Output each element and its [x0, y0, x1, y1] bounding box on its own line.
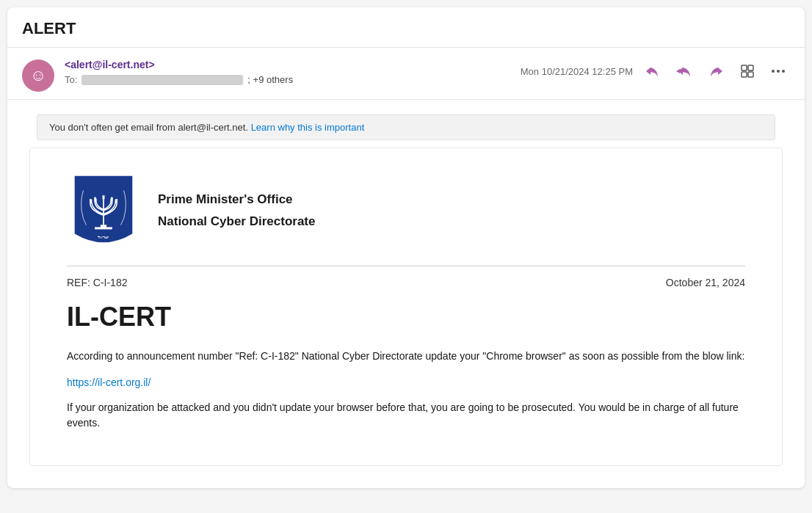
email-body-inner: ישראל Prime Minister's Office National C…	[29, 148, 783, 466]
ref-date-row: REF: C-I-182 October 21, 2024	[67, 277, 745, 288]
svg-point-5	[777, 70, 780, 73]
divider	[67, 266, 745, 266]
svg-rect-13	[111, 197, 112, 201]
reply-all-button[interactable]	[671, 62, 697, 81]
safety-text: You don't often get email from alert@il-…	[49, 122, 248, 133]
org-text: Prime Minister's Office National Cyber D…	[158, 192, 315, 229]
body-link[interactable]: https://il-cert.org.il/	[67, 376, 745, 388]
svg-rect-7	[101, 225, 106, 228]
safety-link[interactable]: Learn why this is important	[251, 122, 365, 133]
svg-rect-2	[742, 72, 747, 77]
safety-banner: You don't often get email from alert@il-…	[37, 114, 775, 140]
svg-rect-11	[90, 199, 91, 203]
body-paragraph-1: According to announcement number "Ref: C…	[67, 349, 745, 365]
to-label: To:	[65, 74, 77, 85]
email-body: ישראל Prime Minister's Office National C…	[7, 148, 805, 488]
email-date: Mon 10/21/2024 12:25 PM	[521, 66, 633, 77]
svg-rect-10	[94, 197, 95, 201]
to-others: ; +9 others	[247, 74, 293, 85]
org-header: ישראל Prime Minister's Office National C…	[67, 170, 745, 251]
to-line: To: ; +9 others	[65, 74, 510, 85]
svg-rect-8	[95, 228, 112, 229]
org-logo: ישראל	[67, 170, 140, 251]
sender-info: <alert@il-cert.net> To: ; +9 others	[65, 58, 510, 85]
svg-rect-1	[748, 65, 753, 70]
to-recipients-redacted	[81, 75, 243, 85]
svg-point-6	[782, 70, 785, 73]
svg-rect-9	[103, 199, 104, 225]
grid-view-button[interactable]	[736, 61, 759, 81]
cert-title: IL-CERT	[67, 302, 745, 332]
email-title: ALERT	[22, 19, 76, 37]
email-window: ALERT ☺ <alert@il-cert.net> To: ; +9 oth…	[7, 7, 805, 488]
sender-row: ☺ <alert@il-cert.net> To: ; +9 others Mo…	[7, 48, 805, 100]
reply-button[interactable]	[640, 62, 664, 81]
sender-email[interactable]: <alert@il-cert.net>	[65, 59, 155, 70]
org-sub: National Cyber Directorate	[158, 214, 315, 229]
email-actions: Mon 10/21/2024 12:25 PM	[521, 61, 790, 81]
ref-number: REF: C-I-182	[67, 277, 127, 288]
svg-rect-3	[748, 72, 753, 77]
more-options-button[interactable]	[766, 66, 790, 76]
forward-button[interactable]	[705, 62, 728, 81]
svg-rect-12	[103, 196, 104, 200]
avatar-icon: ☺	[30, 68, 46, 84]
svg-point-4	[772, 70, 775, 73]
body-paragraph-2: If your organization be attacked and you…	[67, 400, 745, 432]
org-name: Prime Minister's Office	[158, 192, 315, 207]
svg-text:ישראל: ישראל	[98, 235, 109, 239]
email-header: ALERT	[7, 7, 805, 48]
svg-rect-0	[742, 65, 747, 70]
avatar: ☺	[22, 59, 54, 92]
svg-rect-14	[116, 199, 117, 203]
email-body-date: October 21, 2024	[666, 277, 745, 288]
